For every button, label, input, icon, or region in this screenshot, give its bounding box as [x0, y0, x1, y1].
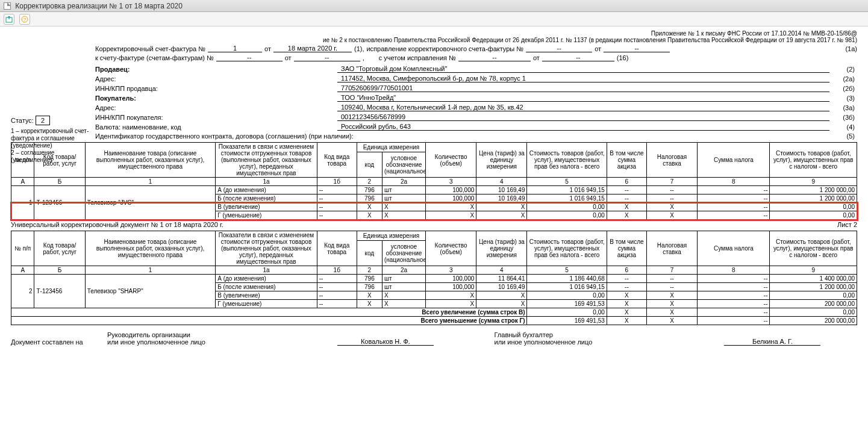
help-button[interactable]: ?: [19, 14, 30, 25]
appendix-note: Приложение № 1 к письму ФНС России от 17…: [11, 30, 857, 37]
sheet-label: Лист 2: [837, 221, 857, 228]
toolbar: ?: [0, 12, 868, 26]
table-row: 2Т-123456Телевизор "SHARP"А (до изменени…: [11, 275, 857, 283]
form-grid: Продавец:ЗАО "Торговый дом Комплексный"(…: [95, 65, 857, 140]
status-legend: 1 – корректировочный счет-фактура и согл…: [11, 128, 89, 164]
export-button[interactable]: [4, 14, 14, 25]
header-line-2: к счету-фактуре (счетам-фактурам) № -- о…: [95, 54, 857, 61]
status-value: 2: [36, 116, 50, 125]
table-row: 1Т-123456Телевизор "JVC"А (до изменения)…: [11, 186, 857, 194]
header-line-1: Корректировочный счет-фактура № 1 от 18 …: [95, 45, 857, 52]
items-table-1: № п/п Код товара/ работ, услуг Наименова…: [11, 142, 857, 220]
between-title: Универсальный корректировочный документ …: [11, 221, 223, 228]
signatures: Документ составлен на Руководитель орган…: [11, 331, 857, 346]
document-body: Приложение № 1 к письму ФНС России от 17…: [0, 26, 868, 358]
acc-name: Белкина А. Г.: [724, 338, 820, 346]
svg-text:?: ?: [23, 17, 27, 22]
document-icon: [4, 2, 11, 10]
head-name: Ковальков Н. Ф.: [337, 338, 434, 346]
items-table-2: № п/п Код товара/ работ, услуг Наименова…: [11, 231, 857, 325]
status-block: Статус: 2 1 – корректировочный счет-факт…: [11, 105, 89, 164]
status-label: Статус:: [11, 117, 34, 124]
window-titlebar: Корректировка реализации № 1 от 18 марта…: [0, 0, 868, 12]
window-title: Корректировка реализации № 1 от 18 марта…: [15, 2, 183, 10]
sub-note: ие № 2 к постановлению Правительства Рос…: [264, 37, 857, 43]
